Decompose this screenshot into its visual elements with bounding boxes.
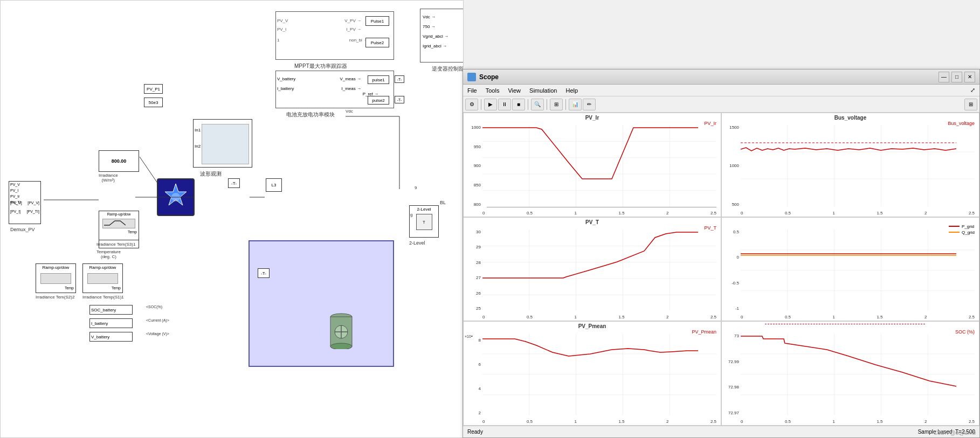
plot-pmean-title: PV_Pmean — [464, 323, 721, 329]
plot-bus-yaxis: 15001000500 — [722, 125, 741, 207]
settings-btn[interactable]: ⚙ — [465, 99, 478, 110]
status-ready: Ready — [467, 429, 483, 435]
plot-soc-svg — [741, 333, 975, 415]
plot-pmean-svg — [482, 333, 716, 415]
soc-dash-line — [765, 324, 925, 324]
menu-help[interactable]: Help — [565, 87, 578, 94]
menu-tools[interactable]: Tools — [486, 87, 500, 94]
scope-plots: PV_Ir PV_Ir 1000950900850800 — [463, 113, 979, 426]
waveform-label: 波形观测 — [200, 170, 222, 178]
plot-soc: SOC (%) 7372.9972.9872.97 00.511.522.5 — [721, 321, 979, 426]
irradiance-label: Irradiance(W/m²) — [99, 173, 118, 183]
plot-pq-yaxis: 0.50-0.5-1 — [722, 230, 741, 311]
plot-pq-xaxis: 00.511.522.5 — [741, 315, 975, 319]
plot-pmean-xaxis: 00.511.522.5 — [482, 419, 716, 424]
plot-bus-xaxis: 00.511.522.5 — [741, 211, 975, 215]
tools-btn3[interactable]: ✏ — [583, 99, 596, 110]
temperature-label: Temperature(deg. C) — [96, 249, 121, 259]
svg-point-4 — [330, 343, 352, 349]
scope-statusbar: Ready Sample based T=2.500 — [463, 426, 979, 437]
sep2 — [528, 99, 528, 110]
sep3 — [547, 99, 547, 110]
svg-text:9: 9 — [415, 185, 417, 190]
battery-module-label: 电池充放电功率模块 — [286, 111, 335, 119]
simulink-canvas: PV_V PV_I 1 V_PV → I_PV → non_bl → Pulse… — [0, 0, 464, 438]
sep1 — [481, 99, 481, 110]
expand-icon[interactable]: ⤢ — [970, 87, 975, 94]
plot-bus-svg — [741, 125, 975, 207]
plot-pmean-yaxis: 8642 — [464, 338, 482, 415]
menu-view[interactable]: View — [508, 87, 521, 94]
plot-pv-t-title: PV_T — [464, 219, 721, 225]
scope-icon — [467, 73, 476, 81]
inverter-label: 逆变器控制部分 — [432, 65, 464, 73]
menu-file[interactable]: File — [467, 87, 477, 94]
scope-window: Scope — □ ✕ File Tools View Simulation H… — [463, 69, 980, 438]
menu-simulation[interactable]: Simulation — [529, 87, 557, 94]
plot-pv-t-yaxis: 302928272625 — [464, 230, 482, 311]
svg-text:BL: BL — [440, 200, 446, 205]
tools-btn2[interactable]: 📊 — [569, 99, 582, 110]
plot-pv-ir-title: PV_Ir — [464, 115, 721, 121]
plot-bus-title: Bus_voltage — [722, 115, 979, 121]
plot-pv-t: PV_T PV_T 302928272625 00.511.522.5 — [463, 217, 721, 322]
expand-plots-btn[interactable]: ⊞ — [964, 99, 977, 110]
xaxis-border-1 — [482, 207, 721, 215]
maximize-button[interactable]: □ — [951, 72, 962, 82]
scope-titlebar: Scope — □ ✕ — [463, 69, 979, 85]
sep4 — [565, 99, 566, 110]
plot-pv-t-xaxis: 00.511.522.5 — [482, 315, 716, 319]
plot-pv-pmean: PV_Pmean PV_Pmean ×10⁴ 8642 00.511.522.5 — [463, 321, 721, 426]
plot-pq-grid: P_grid Q_grid 0.50-0.5-1 — [721, 217, 979, 322]
plot-pv-ir-yaxis: 1000950900850800 — [464, 125, 482, 207]
battery-subsystem: -T- — [249, 240, 394, 367]
demux-pv-label: Demux_PV — [10, 227, 35, 232]
tools-btn1[interactable]: ⊞ — [550, 99, 563, 110]
svg-text:Vdc: Vdc — [346, 109, 353, 114]
plot-pv-ir: PV_Ir PV_Ir 1000950900850800 — [463, 113, 721, 217]
svg-line-11 — [140, 157, 158, 184]
watermark: CSDN @oqylzmb — [933, 430, 976, 436]
pv-block — [157, 178, 195, 216]
irradiance-s3-label: Irradiance Tem(S3)1 — [96, 242, 135, 247]
zoom-btn[interactable]: 🔍 — [531, 99, 544, 110]
plot-pq-svg — [741, 230, 975, 311]
pause-btn[interactable]: ⏸ — [498, 99, 511, 110]
run-btn[interactable]: ▶ — [484, 99, 497, 110]
plot-soc-yaxis: 7372.9972.9872.97 — [722, 333, 741, 415]
scope-menubar: File Tools View Simulation Help ⤢ — [463, 85, 979, 96]
scope-toolbar: ⚙ ▶ ⏸ ■ 🔍 ⊞ 📊 ✏ ⊞ — [463, 96, 979, 113]
irradiance-s2-label: Irradiance Tem(S2)2 — [36, 295, 74, 300]
plot-pv-t-svg — [482, 230, 716, 311]
two-level-label: 2-Level — [409, 240, 425, 246]
close-button[interactable]: ✕ — [964, 72, 975, 82]
svg-point-1 — [171, 193, 180, 201]
scope-title: Scope — [479, 73, 936, 81]
irradiance-s1-label: Irradiance Temp(S1)1 — [82, 295, 124, 300]
stop-btn[interactable]: ■ — [512, 99, 525, 110]
mppt-label: MPPT最大功率跟踪器 — [294, 62, 347, 70]
plot-pv-ir-svg — [482, 125, 716, 207]
plot-bus-voltage: Bus_voltage Bus_voltage 15001000500 00.5… — [721, 113, 979, 217]
connection-lines: BL Vdc 9 g — [1, 1, 464, 438]
plot-soc-xaxis: 00.511.522.5 — [741, 419, 975, 424]
minimize-button[interactable]: — — [938, 72, 949, 82]
